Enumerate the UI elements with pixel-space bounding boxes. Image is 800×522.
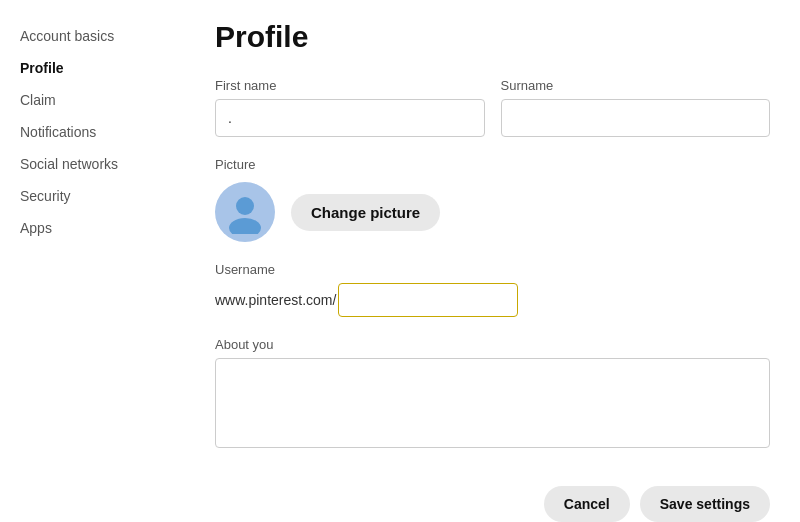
- about-textarea[interactable]: [215, 358, 770, 448]
- picture-section: Picture Change picture: [215, 157, 770, 242]
- name-row: First name Surname: [215, 78, 770, 137]
- username-section: Username www.pinterest.com/: [215, 262, 770, 317]
- sidebar-item-notifications[interactable]: Notifications: [0, 116, 185, 148]
- surname-label: Surname: [501, 78, 771, 93]
- avatar-icon: [223, 190, 267, 234]
- first-name-label: First name: [215, 78, 485, 93]
- change-picture-button[interactable]: Change picture: [291, 194, 440, 231]
- surname-group: Surname: [501, 78, 771, 137]
- main-content: Profile First name Surname Picture Chang…: [185, 0, 800, 522]
- cancel-button[interactable]: Cancel: [544, 486, 630, 522]
- surname-input[interactable]: [501, 99, 771, 137]
- username-row: www.pinterest.com/: [215, 283, 770, 317]
- first-name-input[interactable]: [215, 99, 485, 137]
- picture-row: Change picture: [215, 182, 770, 242]
- svg-point-0: [236, 197, 254, 215]
- username-label: Username: [215, 262, 770, 277]
- svg-point-1: [229, 218, 261, 234]
- sidebar: Account basics Profile Claim Notificatio…: [0, 0, 185, 522]
- sidebar-item-profile[interactable]: Profile: [0, 52, 185, 84]
- about-section: About you: [215, 337, 770, 452]
- about-label: About you: [215, 337, 770, 352]
- page-title: Profile: [215, 20, 770, 54]
- avatar: [215, 182, 275, 242]
- first-name-group: First name: [215, 78, 485, 137]
- save-button[interactable]: Save settings: [640, 486, 770, 522]
- username-input[interactable]: [338, 283, 518, 317]
- sidebar-item-social-networks[interactable]: Social networks: [0, 148, 185, 180]
- footer-buttons: Cancel Save settings: [215, 482, 770, 522]
- username-prefix: www.pinterest.com/: [215, 292, 336, 308]
- sidebar-item-claim[interactable]: Claim: [0, 84, 185, 116]
- sidebar-item-account-basics[interactable]: Account basics: [0, 20, 185, 52]
- picture-label: Picture: [215, 157, 770, 172]
- sidebar-item-apps[interactable]: Apps: [0, 212, 185, 244]
- sidebar-item-security[interactable]: Security: [0, 180, 185, 212]
